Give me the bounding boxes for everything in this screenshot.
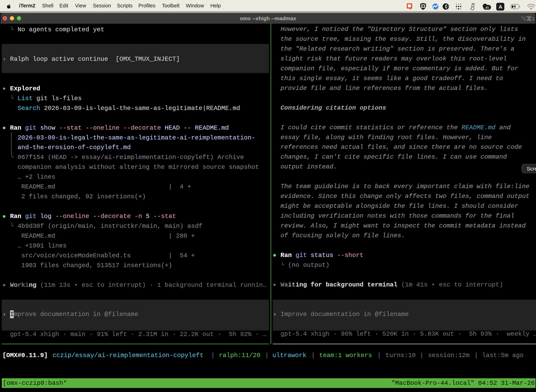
svg-text:..61: ..61	[484, 6, 489, 9]
svg-text:1: 1	[532, 16, 535, 21]
